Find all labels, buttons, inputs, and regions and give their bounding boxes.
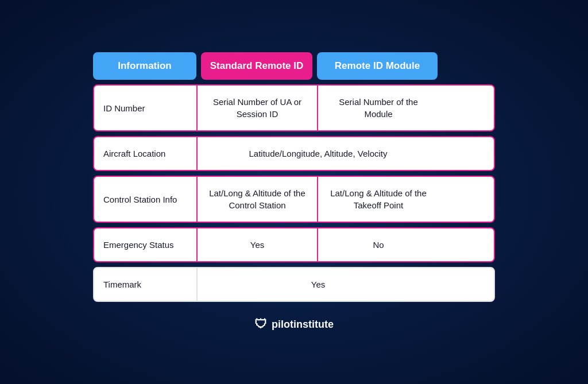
cell-module-id-number: Serial Number of the Module [318,86,439,130]
cell-standard-emergency-status: Yes [198,228,318,261]
cell-module-emergency-status: No [318,228,439,261]
comparison-table: Information Standard Remote ID Remote ID… [93,52,495,307]
header-standard: Standard Remote ID [201,52,312,80]
cell-info-id-number: ID Number [94,86,198,130]
cell-span-aircraft-location: Latitude/Longitude, Altitude, Velocity [198,137,439,170]
shield-icon: 🛡 [254,317,267,332]
table-header: Information Standard Remote ID Remote ID… [93,52,495,80]
table-row-timemark: TimemarkYes [93,267,495,302]
cell-module-control-station: Lat/Long & Altitude of the Takeoff Point [318,177,439,222]
cell-span-timemark: Yes [198,268,439,301]
cell-standard-control-station: Lat/Long & Altitude of the Control Stati… [198,177,318,222]
cell-info-emergency-status: Emergency Status [94,228,198,261]
footer-logo: 🛡 pilotinstitute [254,317,334,332]
header-module: Remote ID Module [317,52,438,80]
cell-info-aircraft-location: Aircraft Location [94,137,198,170]
table-row-emergency-status: Emergency StatusYesNo [93,227,495,262]
logo-text: pilotinstitute [272,319,334,331]
cell-standard-id-number: Serial Number of UA or Session ID [198,86,318,130]
cell-info-control-station: Control Station Info [94,177,198,222]
header-info: Information [93,52,196,80]
cell-info-timemark: Timemark [94,268,198,301]
table-row-id-number: ID NumberSerial Number of UA or Session … [93,84,495,131]
table-row-control-station: Control Station InfoLat/Long & Altitude … [93,176,495,223]
table-row-aircraft-location: Aircraft LocationLatitude/Longitude, Alt… [93,136,495,171]
